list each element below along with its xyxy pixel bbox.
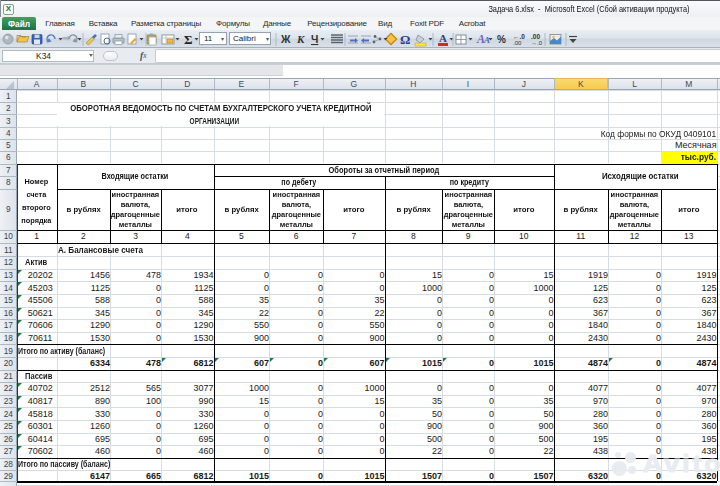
svg-text:.00: .00: [513, 40, 522, 46]
svg-text:Ж: Ж: [280, 33, 291, 45]
svg-text:А: А: [439, 32, 447, 44]
svg-text:%: %: [497, 34, 506, 45]
svg-text:Ω: Ω: [400, 32, 410, 47]
svg-text:→.0: →.0: [531, 40, 543, 46]
svg-text:Σ: Σ: [184, 32, 193, 47]
svg-text:А: А: [483, 35, 490, 45]
svg-text:К: К: [296, 33, 305, 45]
svg-text:←.0: ←.0: [513, 33, 525, 40]
svg-text:.00: .00: [531, 33, 540, 40]
svg-text:Ч: Ч: [311, 33, 318, 45]
